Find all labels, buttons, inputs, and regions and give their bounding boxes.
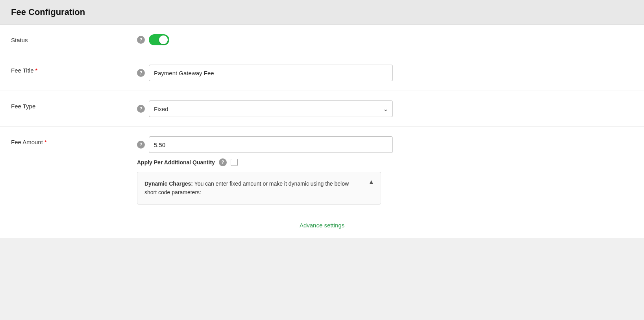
- fee-type-label: Fee Type: [11, 103, 35, 110]
- info-box: Dynamic Charges: You can enter fixed amo…: [137, 172, 381, 205]
- apply-per-qty-row: Apply Per Additional Quantity ?: [137, 158, 633, 166]
- fee-amount-field-col: ? Apply Per Additional Quantity ? Dynami…: [137, 136, 633, 205]
- info-box-text: Dynamic Charges: You can enter fixed amo…: [144, 180, 349, 195]
- fee-amount-required: *: [44, 139, 47, 145]
- toggle-slider: [149, 34, 169, 45]
- status-label: Status: [11, 37, 28, 43]
- fee-type-field-col: ? Fixed Percentage Combined ⌄: [137, 100, 633, 117]
- status-help-icon[interactable]: ?: [137, 36, 145, 44]
- apply-per-qty-label: Apply Per Additional Quantity: [137, 159, 215, 166]
- form-container: Status ? Fee Title * ?: [0, 25, 644, 214]
- status-field-col: ?: [137, 34, 633, 45]
- fee-title-field-row: ?: [137, 65, 633, 81]
- apply-per-qty-help-icon[interactable]: ?: [219, 158, 227, 166]
- advance-settings-link[interactable]: Advance settings: [300, 222, 344, 229]
- status-label-col: Status: [11, 34, 137, 43]
- fee-title-input[interactable]: [149, 65, 393, 81]
- advance-settings-row: Advance settings: [0, 214, 644, 238]
- fee-amount-label-col: Fee Amount *: [11, 136, 137, 145]
- apply-per-qty-checkbox[interactable]: [231, 159, 238, 166]
- fee-title-field-col: ?: [137, 65, 633, 81]
- fee-type-label-col: Fee Type: [11, 100, 137, 110]
- fee-amount-label: Fee Amount: [11, 139, 43, 145]
- fee-amount-input[interactable]: [149, 136, 393, 153]
- collapse-icon[interactable]: ▲: [368, 179, 374, 186]
- fee-title-label: Fee Title: [11, 67, 34, 74]
- fee-amount-field-row: ?: [137, 136, 633, 153]
- fee-type-select-wrapper: Fixed Percentage Combined ⌄: [149, 100, 393, 117]
- page-wrapper: Fee Configuration Status ? Fee Title: [0, 0, 644, 320]
- fee-type-field-row: ? Fixed Percentage Combined ⌄: [137, 100, 633, 117]
- status-toggle[interactable]: [149, 34, 169, 45]
- fee-amount-help-icon[interactable]: ?: [137, 141, 145, 149]
- fee-title-required: *: [35, 67, 38, 74]
- fee-title-label-col: Fee Title *: [11, 65, 137, 74]
- page-title: Fee Configuration: [11, 7, 85, 17]
- status-field-row: ?: [137, 34, 633, 45]
- fee-type-row: Fee Type ? Fixed Percentage Combined ⌄: [0, 91, 644, 127]
- fee-title-row: Fee Title * ?: [0, 55, 644, 91]
- fee-type-help-icon[interactable]: ?: [137, 105, 145, 113]
- fee-amount-row: Fee Amount * ? Apply Per Additional Quan…: [0, 127, 644, 214]
- fee-type-select[interactable]: Fixed Percentage Combined: [149, 100, 393, 117]
- page-header: Fee Configuration: [0, 0, 644, 25]
- status-row: Status ?: [0, 25, 644, 55]
- info-box-bold: Dynamic Charges:: [144, 180, 193, 187]
- fee-title-help-icon[interactable]: ?: [137, 69, 145, 77]
